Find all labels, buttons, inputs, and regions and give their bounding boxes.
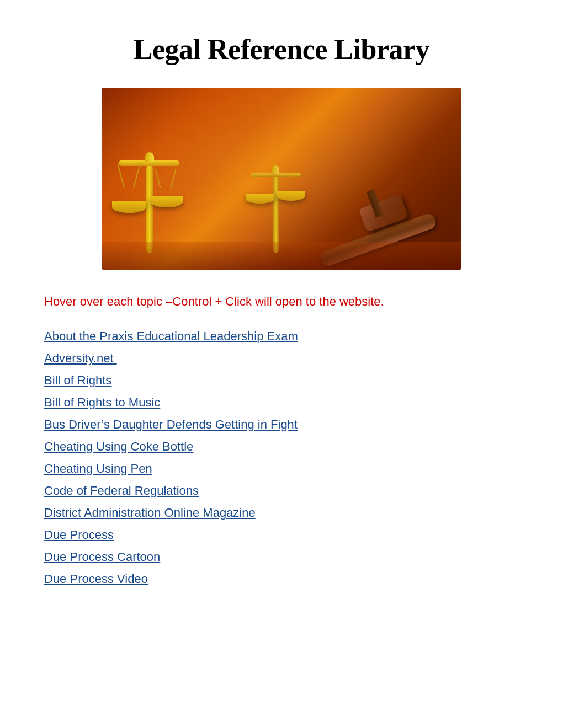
link-item-cheating-coke[interactable]: Cheating Using Coke Bottle bbox=[44, 436, 519, 458]
hero-image-wrapper bbox=[44, 88, 519, 270]
link-item-district-admin[interactable]: District Administration Online Magazine bbox=[44, 502, 519, 524]
link-item-bill-of-rights-music[interactable]: Bill of Rights to Music bbox=[44, 392, 519, 414]
hero-image bbox=[102, 88, 461, 270]
instruction-text: Hover over each topic –Control + Click w… bbox=[44, 295, 519, 309]
link-item-due-process-video[interactable]: Due Process Video bbox=[44, 568, 519, 590]
links-list: About the Praxis Educational Leadership … bbox=[44, 325, 519, 590]
link-item-bus-driver[interactable]: Bus Driver’s Daughter Defends Getting in… bbox=[44, 414, 519, 436]
link-item-praxis[interactable]: About the Praxis Educational Leadership … bbox=[44, 325, 519, 347]
link-item-cheating-pen[interactable]: Cheating Using Pen bbox=[44, 458, 519, 480]
page-title: Legal Reference Library bbox=[44, 33, 519, 66]
link-item-due-process-cartoon[interactable]: Due Process Cartoon bbox=[44, 546, 519, 568]
link-item-bill-of-rights[interactable]: Bill of Rights bbox=[44, 370, 519, 392]
link-item-adversity[interactable]: Adversity.net bbox=[44, 347, 519, 370]
link-item-code-federal[interactable]: Code of Federal Regulations bbox=[44, 480, 519, 502]
warm-overlay bbox=[102, 88, 461, 270]
link-item-due-process[interactable]: Due Process bbox=[44, 524, 519, 546]
